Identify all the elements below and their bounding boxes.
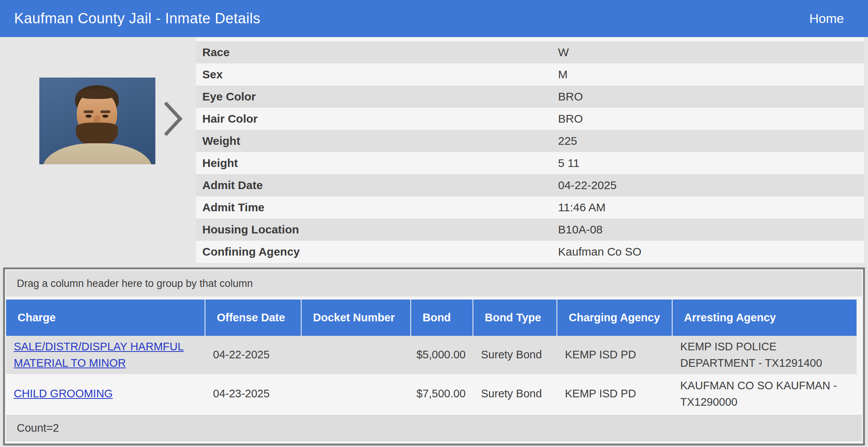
detail-value: M xyxy=(558,68,568,81)
charges-grid-header: ChargeOffense DateDocket NumberBondBond … xyxy=(6,300,857,336)
detail-row: Confining Agency Kaufman Co SO xyxy=(196,241,864,263)
detail-row: Eye Color BRO xyxy=(196,86,864,108)
detail-label: Hair Color xyxy=(202,112,558,125)
inmate-details-table: Race W Sex M Eye Color BRO Hair Color BR… xyxy=(196,37,864,263)
bond-type-cell: Surety Bond xyxy=(473,336,557,374)
home-link[interactable]: Home xyxy=(809,11,844,26)
detail-value: 04-22-2025 xyxy=(558,179,616,192)
detail-label: Sex xyxy=(202,68,558,81)
detail-label: Race xyxy=(202,46,558,59)
charge-cell: SALE/DISTR/DISPLAY HARMFUL MATERIAL TO M… xyxy=(6,336,205,374)
mugshot-eye xyxy=(86,115,92,118)
bond-cell: $7,500.00 xyxy=(411,374,473,414)
detail-row: Height 5 11 xyxy=(196,152,864,174)
detail-row: Race W xyxy=(196,41,864,63)
docket-number-cell xyxy=(302,374,411,414)
arresting-agency-cell: KEMP ISD POLICE DEPARTMENT - TX1291400 xyxy=(673,336,857,374)
column-header[interactable]: Charging Agency xyxy=(557,300,673,336)
detail-label: Admit Date xyxy=(202,179,558,192)
charging-agency-cell: KEMP ISD PD xyxy=(557,336,673,374)
detail-value: B10A-08 xyxy=(558,223,603,236)
next-photo-arrow-icon[interactable] xyxy=(163,100,184,137)
detail-row: Admit Date 04-22-2025 xyxy=(196,174,864,196)
mugshot-hairline xyxy=(77,89,116,99)
page: Kaufman County Jail - Inmate Details Hom… xyxy=(0,0,868,447)
detail-label: Weight xyxy=(202,134,558,147)
detail-label: Height xyxy=(202,157,558,170)
charge-link[interactable]: SALE/DISTR/DISPLAY HARMFUL MATERIAL TO M… xyxy=(14,338,198,372)
charge-row: CHILD GROOMING 04-23-2025 $7,500.00 Sure… xyxy=(6,374,857,414)
group-by-hint: Drag a column header here to group by th… xyxy=(6,270,862,296)
charges-grid-body: SALE/DISTR/DISPLAY HARMFUL MATERIAL TO M… xyxy=(6,336,862,414)
inmate-mugshot xyxy=(39,78,155,164)
arresting-agency-cell: KAUFMAN CO SO KAUFMAN - TX1290000 xyxy=(673,374,857,414)
charge-row: SALE/DISTR/DISPLAY HARMFUL MATERIAL TO M… xyxy=(6,336,857,374)
charging-agency-cell: KEMP ISD PD xyxy=(557,374,673,414)
offense-date-cell: 04-23-2025 xyxy=(205,374,302,414)
detail-value: BRO xyxy=(558,112,583,125)
detail-label: Housing Location xyxy=(202,223,558,236)
column-header[interactable]: Charge xyxy=(6,300,205,336)
detail-value: 11:46 AM xyxy=(558,201,606,214)
docket-number-cell xyxy=(302,336,411,374)
bond-cell: $5,000.00 xyxy=(411,336,473,374)
detail-row: Weight 225 xyxy=(196,130,864,152)
detail-row: Hair Color BRO xyxy=(196,108,864,130)
detail-value: W xyxy=(558,46,569,59)
detail-value: 5 11 xyxy=(558,157,579,170)
detail-row: Sex M xyxy=(196,63,864,86)
grid-footer-count: Count=2 xyxy=(6,414,862,441)
mugshot-brow xyxy=(100,110,110,113)
detail-value: Kaufman Co SO xyxy=(558,245,641,258)
mugshot-brow xyxy=(84,110,94,113)
charge-link[interactable]: CHILD GROOMING xyxy=(14,385,113,402)
detail-label: Confining Agency xyxy=(202,245,558,258)
mugshot-shoulders xyxy=(42,143,152,164)
column-header[interactable]: Bond Type xyxy=(473,300,557,336)
detail-value: BRO xyxy=(558,90,583,103)
detail-row: Admit Time 11:46 AM xyxy=(196,196,864,219)
charges-grid: Drag a column header here to group by th… xyxy=(3,267,865,445)
offense-date-cell: 04-22-2025 xyxy=(205,336,302,374)
page-title: Kaufman County Jail - Inmate Details xyxy=(14,10,260,27)
detail-label: Eye Color xyxy=(202,90,558,103)
app-header: Kaufman County Jail - Inmate Details Hom… xyxy=(0,0,868,37)
column-header[interactable]: Offense Date xyxy=(205,300,302,336)
bond-type-cell: Surety Bond xyxy=(473,374,557,414)
mugshot-beard xyxy=(76,123,118,146)
detail-value: 225 xyxy=(558,134,577,147)
charge-cell: CHILD GROOMING xyxy=(6,374,205,414)
column-header[interactable]: Bond xyxy=(411,300,473,336)
detail-row: Housing Location B10A-08 xyxy=(196,219,864,241)
detail-label: Admit Time xyxy=(202,201,558,214)
column-header[interactable]: Docket Number xyxy=(302,300,411,336)
mugshot-eye xyxy=(102,115,108,118)
column-header[interactable]: Arresting Agency xyxy=(673,300,857,336)
